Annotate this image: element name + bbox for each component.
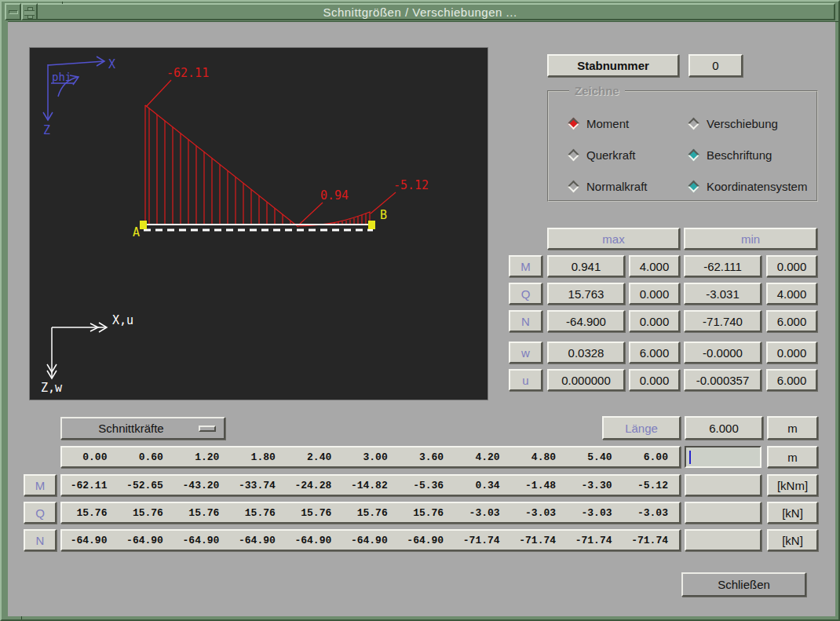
moment-end-label: -5.12: [393, 178, 429, 192]
table-cell: 3.00: [342, 451, 398, 463]
table-cell: -5.36: [399, 480, 455, 491]
moment-curve: [145, 80, 396, 227]
window-title: Schnittgrößen / Verschiebungen ...: [6, 5, 834, 19]
radio-diamond-icon: [568, 181, 580, 193]
table-cell: -64.90: [62, 535, 118, 546]
global-axes-icon: [47, 323, 107, 378]
table-cell: 6.00: [623, 451, 679, 463]
zeichne-group-title: Zeichne: [569, 84, 625, 97]
extrema-max-value: -64.900: [547, 310, 625, 332]
extrema-row-label-M[interactable]: M: [509, 255, 542, 277]
table-cell: -24.28: [287, 480, 342, 491]
stabnummer-button[interactable]: Stabnummer: [547, 54, 679, 77]
radio-querkraft[interactable]: Querkraft: [569, 148, 636, 162]
table-cell: 15.76: [287, 507, 342, 519]
client-area: X Z phi -62.11 0.94 -5.12: [8, 21, 835, 616]
min-header-button[interactable]: min: [684, 228, 817, 250]
table-cell: -71.74: [511, 535, 567, 546]
axis-phi-label: phi: [52, 71, 71, 83]
max-header-button[interactable]: max: [547, 228, 680, 250]
table-row-values-N: -64.90-64.90-64.90-64.90-64.90-64.90-64.…: [60, 529, 681, 551]
table-row-query-M[interactable]: [685, 474, 761, 496]
x-query-input[interactable]: [685, 446, 761, 468]
option-menu-label: Schnittkräfte: [98, 422, 163, 435]
stabnummer-value-field[interactable]: 0: [688, 54, 743, 77]
window-maximize-button[interactable]: [21, 3, 38, 20]
diagram-canvas: X Z phi -62.11 0.94 -5.12: [29, 47, 488, 400]
table-cell: 2.40: [287, 451, 342, 463]
node-a-label: A: [133, 225, 140, 239]
table-row-query-Q[interactable]: [685, 502, 761, 524]
table-cell: 0.34: [455, 480, 510, 491]
extrema-max-position: 4.000: [629, 255, 680, 277]
extrema-min-value: -71.740: [684, 310, 761, 332]
table-row-values-M: -62.11-52.65-43.20-33.74-24.28-14.82-5.3…: [60, 474, 681, 496]
toggle-koordinatensystem[interactable]: Koordinatensystem: [689, 180, 807, 193]
radio-diamond-icon: [568, 118, 580, 130]
table-cell: 1.80: [230, 451, 286, 463]
table-cell: -64.90: [342, 535, 398, 546]
extrema-max-position: 0.000: [629, 310, 680, 332]
table-cell: 1.20: [174, 451, 230, 463]
table-cell: -3.03: [455, 507, 510, 519]
extrema-max-value: 0.0328: [547, 342, 625, 363]
radio-normalkraft[interactable]: Normalkraft: [569, 180, 648, 193]
table-cell: 4.80: [511, 451, 567, 463]
table-cell: -71.74: [455, 535, 510, 546]
extrema-row-label-w[interactable]: w: [509, 342, 542, 363]
text-caret: [689, 451, 691, 464]
table-cell: -5.12: [623, 480, 679, 491]
table-cell: 15.76: [399, 507, 455, 519]
extrema-min-position: 0.000: [766, 342, 817, 363]
toggle-diamond-icon: [688, 181, 700, 193]
table-row-unit-M[interactable]: [kNm]: [767, 474, 818, 496]
zeichne-group: Zeichne Moment Querkraft Normalkraft Ver…: [547, 90, 818, 202]
extrema-row-label-u[interactable]: u: [509, 369, 542, 391]
toggle-label: Koordinatensystem: [707, 180, 807, 193]
extrema-min-position: 6.000: [766, 310, 817, 332]
radio-moment[interactable]: Moment: [569, 117, 629, 130]
laenge-button[interactable]: Länge: [602, 416, 681, 440]
table-cell: -71.74: [623, 535, 679, 546]
close-button[interactable]: Schließen: [681, 572, 806, 597]
extrema-min-position: 6.000: [766, 369, 817, 391]
table-cell: -14.82: [342, 480, 398, 491]
maximize-icon: [24, 7, 35, 17]
table-cell: 15.76: [230, 507, 286, 519]
extrema-row-label-Q[interactable]: Q: [509, 283, 542, 305]
x-unit-button[interactable]: m: [767, 446, 818, 468]
node-b-marker: [368, 221, 375, 229]
toggle-diamond-icon: [688, 149, 700, 162]
axis-xu-label: X,u: [112, 313, 133, 327]
laenge-unit-button[interactable]: m: [767, 416, 818, 440]
radio-diamond-icon: [568, 149, 580, 162]
title-bar[interactable]: Schnittgrößen / Verschiebungen ...: [5, 3, 835, 20]
toggle-diamond-icon: [688, 118, 700, 130]
table-cell: 5.40: [567, 451, 623, 463]
option-menu-indicator-icon: [199, 426, 216, 432]
table-cell: -1.48: [511, 480, 567, 491]
extrema-row-label-N[interactable]: N: [509, 310, 542, 332]
table-cell: 3.60: [399, 451, 455, 463]
table-row-query-N[interactable]: [685, 529, 761, 551]
app-window: Schnittgrößen / Verschiebungen ...: [0, 0, 840, 621]
table-cell: 0.60: [118, 451, 173, 463]
extrema-min-position: 4.000: [766, 283, 817, 305]
x-position-row: 0.000.601.201.802.403.003.604.204.805.40…: [60, 446, 681, 468]
table-cell: -64.90: [230, 535, 286, 546]
table-cell: -64.90: [118, 535, 173, 546]
table-row-label-N[interactable]: N: [24, 529, 57, 551]
radio-label: Normalkraft: [586, 180, 648, 193]
table-row-label-Q[interactable]: Q: [24, 502, 57, 524]
extrema-min-value: -3.031: [684, 283, 761, 305]
table-row-unit-Q[interactable]: [kN]: [767, 502, 818, 524]
toggle-verschiebung[interactable]: Verschiebung: [689, 117, 778, 130]
axis-x-label: X: [108, 57, 115, 71]
schnittkraefte-option-menu[interactable]: Schnittkräfte: [60, 417, 225, 440]
table-row-unit-N[interactable]: [kN]: [767, 529, 818, 551]
table-cell: 15.76: [174, 507, 230, 519]
window-minimize-button[interactable]: [5, 3, 21, 20]
table-row-label-M[interactable]: M: [24, 474, 57, 496]
extrema-min-value: -62.111: [684, 255, 761, 277]
toggle-beschriftung[interactable]: Beschriftung: [689, 148, 772, 162]
